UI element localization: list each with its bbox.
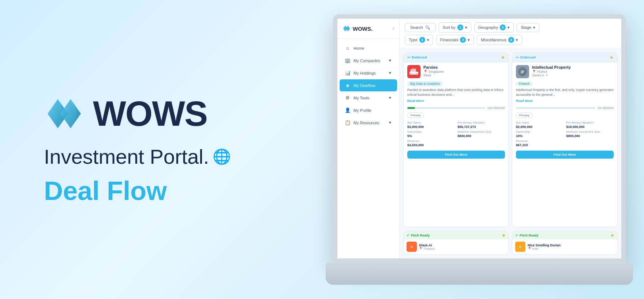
ip-location: 📍 France	[532, 70, 571, 73]
parxies-ask-value: Ask Value: $3,000,000	[407, 121, 455, 129]
svg-text:IP: IP	[521, 70, 524, 74]
sort-by-button[interactable]: Sort by 1 ▾	[439, 22, 471, 33]
financials-label: Financials	[440, 38, 458, 42]
sidebar-item-companies-label: My Companies	[353, 58, 380, 63]
ip-progress-label: 0% RAISED	[598, 106, 614, 110]
sidebar-item-companies[interactable]: 🏢 My Companies ▼	[340, 54, 397, 67]
filter-row-2: Type 1 ▾ Financials 2 ▾ Miscellaneous	[405, 35, 616, 45]
sidebar-logo-icon	[342, 24, 351, 33]
deal-flow-label: Deal Flow	[44, 176, 167, 206]
glaze-info: Glaze.Ai 📍 Thailand	[419, 243, 435, 250]
location-pin-icon: 📍	[423, 70, 427, 73]
ip-verified-icon: ✓	[546, 73, 548, 77]
type-button[interactable]: Type 1 ▾	[405, 35, 433, 45]
durian-pitch-ready-label: ✓ Pitch Ready	[515, 234, 539, 237]
resources-icon: 📋	[345, 120, 351, 125]
laptop-container: WOWS. ‹ ⌂ Home 🏢 My Companies ▼	[326, 7, 633, 292]
sort-by-chevron-icon: ▾	[465, 25, 467, 30]
filter-bar: Search 🔍 Sort by 1 ▾ Geography 2	[400, 19, 621, 49]
main-content: Search 🔍 Sort by 1 ▾ Geography 2	[400, 19, 621, 258]
geography-button[interactable]: Geography 2 ▾	[474, 22, 514, 33]
holdings-icon: 📊	[345, 70, 351, 76]
investment-portal-label: Investment Portal. 🌐	[44, 145, 231, 169]
ip-endorsed-label: ⇦ Endorsed	[516, 56, 536, 59]
parxies-endorsed-badge: ⇦ Endorsed ★	[404, 53, 509, 62]
parxies-company-info: Parxies 📍 Singapore Seed	[423, 65, 443, 77]
sidebar-item-tools-label: My Tools	[353, 96, 369, 100]
sidebar-item-tools[interactable]: ⚙ My Tools ▼	[340, 92, 397, 104]
sidebar: WOWS. ‹ ⌂ Home 🏢 My Companies ▼	[337, 19, 400, 258]
ip-ownership: Ownership: 10%	[516, 130, 564, 138]
stage-button[interactable]: Stage ▾	[517, 23, 539, 32]
parxies-read-more-link[interactable]: Read More	[404, 99, 509, 105]
ip-stage: Series A ✓	[532, 73, 571, 77]
tools-icon: ⚙	[345, 95, 351, 101]
glaze-pitch-ready-label: ✓ Pitch Ready	[407, 234, 430, 237]
sidebar-item-holdings[interactable]: 📊 My Holdings ▼	[340, 67, 397, 79]
sidebar-logo-text: WOWS.	[353, 26, 372, 32]
bottom-cards-row: ✓ Pitch Ready ★ G Glaze.Ai 📍 Thailand	[400, 231, 621, 258]
laptop-screen: WOWS. ‹ ⌂ Home 🏢 My Companies ▼	[333, 14, 626, 263]
geography-label: Geography	[478, 25, 498, 30]
parxies-find-out-button[interactable]: Find Out More	[407, 151, 505, 159]
miscellaneous-button[interactable]: Miscellaneous 2 ▾	[477, 35, 522, 45]
ip-category-tag: Fintech	[516, 81, 533, 86]
deal-card-parxies: ⇦ Endorsed ★	[403, 53, 509, 227]
wows-logo-icon	[44, 94, 84, 134]
companies-icon: 🏢	[345, 58, 351, 63]
ip-find-out-button[interactable]: Find Out More	[516, 151, 614, 159]
geography-badge: 2	[500, 24, 506, 30]
parxies-star-icon[interactable]: ★	[501, 55, 505, 60]
ip-revenue: Revenue: $67,103	[516, 139, 564, 147]
durian-card-content: D Nice Smelling Durian 📍 India	[512, 239, 617, 254]
logo-area: WOWS	[44, 94, 207, 134]
sort-by-label: Sort by	[443, 25, 456, 30]
financials-button[interactable]: Financials 2 ▾	[436, 35, 474, 45]
parxies-progress-track	[407, 107, 485, 109]
durian-star-icon[interactable]: ★	[610, 233, 614, 238]
filter-row-1: Search 🔍 Sort by 1 ▾ Geography 2	[405, 22, 616, 33]
parxies-progress-bar: 10% RAISED	[407, 106, 505, 110]
sidebar-item-dealflow[interactable]: ◈ My Dealflow	[340, 79, 397, 91]
parxies-category-tag: Big Data & Analytics	[407, 81, 443, 86]
durian-logo: D	[515, 242, 525, 252]
ip-star-icon[interactable]: ★	[610, 55, 614, 60]
svg-point-10	[416, 73, 418, 75]
durian-name: Nice Smelling Durian	[528, 243, 561, 247]
glaze-star-icon[interactable]: ★	[502, 233, 506, 238]
miscellaneous-chevron-icon: ▾	[516, 38, 518, 42]
home-icon: ⌂	[345, 45, 351, 51]
parxies-description: Parxies is seamless data platform that u…	[404, 88, 509, 99]
miscellaneous-label: Miscellaneous	[481, 38, 506, 42]
ip-pre-money: Pre-Money Valuation: $18,000,000	[566, 121, 614, 129]
sidebar-item-profile[interactable]: 👤 My Profile	[340, 104, 397, 116]
sidebar-logo: WOWS. ‹	[337, 24, 399, 39]
ip-endorsed-arrow-icon: ⇦	[516, 56, 519, 59]
sort-by-badge: 1	[457, 24, 463, 30]
sidebar-collapse-button[interactable]: ‹	[393, 26, 394, 31]
type-chevron-icon: ▾	[427, 38, 429, 42]
glaze-logo: G	[407, 242, 417, 252]
durian-location: 📍 India	[528, 247, 561, 250]
cards-grid: ⇦ Endorsed ★	[400, 49, 621, 231]
sidebar-item-resources[interactable]: 📋 My Resources ▼	[340, 117, 397, 129]
sidebar-item-home-label: Home	[353, 46, 364, 50]
search-icon: 🔍	[425, 25, 430, 30]
glaze-pitch-ready-badge: ✓ Pitch Ready ★	[404, 231, 509, 239]
svg-rect-11	[410, 69, 416, 73]
sidebar-item-resources-label: My Resources	[353, 121, 379, 125]
app-ui: WOWS. ‹ ⌂ Home 🏢 My Companies ▼	[337, 19, 621, 258]
ip-logo-image: IP	[517, 66, 528, 77]
dealflow-icon: ◈	[345, 83, 351, 88]
ip-read-more-link[interactable]: Read More	[512, 99, 617, 105]
bottom-card-glaze: ✓ Pitch Ready ★ G Glaze.Ai 📍 Thailand	[403, 231, 509, 255]
parxies-financials: Ask Value: $3,000,000 Pre-Money Valuatio…	[404, 120, 509, 149]
sidebar-item-dealflow-label: My Dealflow	[353, 83, 375, 88]
parxies-name: Parxies	[423, 65, 443, 69]
ip-endorsed-badge: ⇦ Endorsed ★	[512, 53, 617, 62]
sidebar-navigation: ⌂ Home 🏢 My Companies ▼ 📊 My Holdings ▼	[337, 39, 399, 132]
search-button[interactable]: Search 🔍	[405, 23, 436, 32]
deal-card-intellectual-property: ⇦ Endorsed ★ IP	[512, 53, 618, 227]
sidebar-item-home[interactable]: ⌂ Home	[340, 42, 397, 54]
parxies-min-investment: Minimum Investment Size: $800,000	[458, 130, 505, 138]
